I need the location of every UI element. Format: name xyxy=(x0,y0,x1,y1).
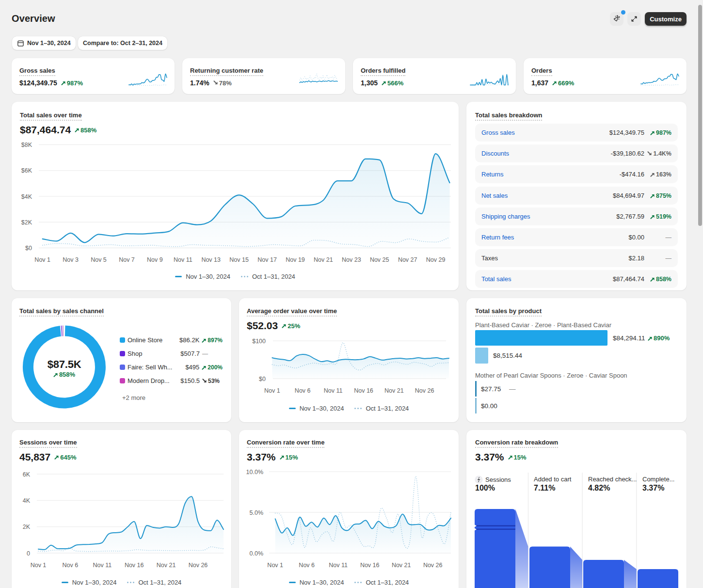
svg-text:Nov 25: Nov 25 xyxy=(370,256,389,263)
svg-text:Nov 11: Nov 11 xyxy=(174,256,192,263)
svg-text:Nov 11: Nov 11 xyxy=(93,562,112,569)
svg-text:$0: $0 xyxy=(25,245,32,252)
svg-text:0: 0 xyxy=(27,550,30,557)
svg-text:Nov 7: Nov 7 xyxy=(119,256,135,263)
svg-text:Nov 1: Nov 1 xyxy=(264,387,280,394)
svg-text:5.0%: 5.0% xyxy=(250,509,264,516)
svg-text:Nov 19: Nov 19 xyxy=(286,256,305,263)
svg-text:4K: 4K xyxy=(23,497,31,504)
svg-text:2K: 2K xyxy=(23,524,31,530)
svg-text:Nov 1: Nov 1 xyxy=(267,562,283,569)
svg-text:Nov 11: Nov 11 xyxy=(324,387,343,394)
svg-text:$2K: $2K xyxy=(21,219,32,226)
svg-text:Nov 27: Nov 27 xyxy=(398,256,417,263)
svg-text:Nov 16: Nov 16 xyxy=(125,562,144,569)
svg-text:Nov 6: Nov 6 xyxy=(299,562,315,569)
svg-text:$6K: $6K xyxy=(21,167,32,174)
svg-text:6K: 6K xyxy=(23,471,31,478)
svg-text:Nov 26: Nov 26 xyxy=(415,387,434,394)
svg-text:Nov 6: Nov 6 xyxy=(63,562,79,569)
svg-text:Nov 5: Nov 5 xyxy=(91,256,107,263)
svg-text:$100: $100 xyxy=(252,338,266,345)
svg-text:Nov 21: Nov 21 xyxy=(157,562,176,569)
svg-text:0.0%: 0.0% xyxy=(250,550,264,557)
svg-text:Nov 9: Nov 9 xyxy=(147,256,163,263)
svg-text:$4K: $4K xyxy=(21,193,32,200)
svg-text:Nov 21: Nov 21 xyxy=(384,387,404,394)
svg-text:Nov 6: Nov 6 xyxy=(295,387,311,394)
svg-text:Nov 16: Nov 16 xyxy=(360,562,380,569)
svg-text:Nov 21: Nov 21 xyxy=(314,256,333,263)
svg-text:10.0%: 10.0% xyxy=(246,469,263,476)
svg-text:$8K: $8K xyxy=(21,142,32,148)
svg-text:Nov 26: Nov 26 xyxy=(423,562,443,569)
svg-text:Nov 17: Nov 17 xyxy=(257,256,277,263)
svg-text:Nov 15: Nov 15 xyxy=(229,256,249,263)
svg-text:Nov 13: Nov 13 xyxy=(201,256,221,263)
svg-text:Nov 21: Nov 21 xyxy=(392,562,411,569)
svg-text:Nov 1: Nov 1 xyxy=(31,562,47,569)
svg-text:Nov 11: Nov 11 xyxy=(329,562,348,569)
svg-text:Nov 3: Nov 3 xyxy=(63,256,79,263)
svg-text:Nov 16: Nov 16 xyxy=(354,387,373,394)
svg-text:Nov 26: Nov 26 xyxy=(189,562,208,569)
svg-text:$0: $0 xyxy=(259,376,266,382)
svg-text:Nov 1: Nov 1 xyxy=(34,256,50,263)
svg-text:Nov 23: Nov 23 xyxy=(342,256,361,263)
svg-text:Nov 29: Nov 29 xyxy=(426,256,446,263)
